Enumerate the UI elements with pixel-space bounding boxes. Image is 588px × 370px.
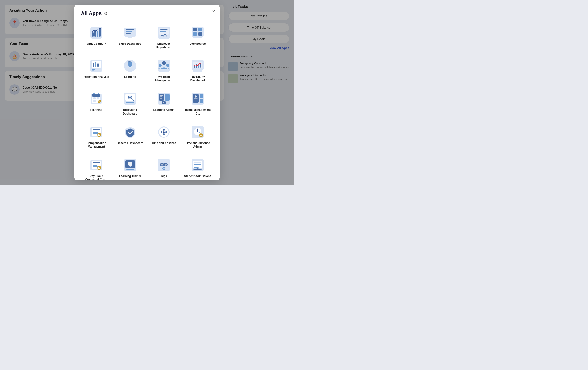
svg-text:$: $ [98,100,100,103]
svg-rect-98 [93,162,100,163]
app-item-talent-management[interactable]: Talent Management D... [182,88,213,118]
svg-rect-116 [194,164,201,165]
app-label-learning-trainer: Learning Trainer [119,174,141,178]
svg-point-94 [197,131,198,132]
svg-point-86 [163,133,165,135]
app-icon-learning-trainer [123,158,138,173]
app-item-vibe-central[interactable]: VIBE Central™ [81,22,112,52]
svg-rect-100 [93,165,97,166]
svg-point-95 [199,133,203,137]
app-item-pay-cycle[interactable]: $ Pay Cycle Command Cen... [81,154,112,180]
app-icon-compensation-mgmt: $ [89,125,104,140]
svg-rect-17 [198,28,202,31]
svg-rect-21 [196,37,200,38]
app-icon-skills-dashboard [123,25,138,40]
app-label-planning: Planning [91,108,103,112]
app-label-employee-experience: Employee Experience [150,42,178,50]
app-icon-vibe-central [89,25,104,40]
svg-rect-118 [194,167,199,168]
app-item-student-admissions[interactable]: Student Admissions [182,154,213,180]
svg-rect-18 [193,32,197,36]
svg-rect-101 [93,167,98,167]
svg-text:$: $ [98,167,100,169]
svg-point-89 [163,131,165,133]
app-item-recruiting-dashboard[interactable]: Recruiting Dashboard [115,88,146,118]
app-icon-recruiting-dashboard [123,91,138,106]
app-label-skills-dashboard: Skills Dashboard [119,42,141,46]
app-item-learning[interactable]: Learning [115,55,146,85]
app-item-employee-experience[interactable]: Employee Experience [148,22,179,52]
app-icon-retention-analysis [89,58,104,73]
close-button[interactable]: × [212,9,215,14]
app-item-compensation-mgmt[interactable]: $ Compensation Management [81,121,112,151]
app-item-time-absence[interactable]: Time and Absence [148,121,179,151]
apps-grid: VIBE Central™ Skills Dashboard Employee … [81,22,213,180]
svg-rect-57 [126,102,134,103]
app-icon-gigs [156,158,171,173]
app-icon-employee-experience [156,25,171,40]
svg-rect-41 [193,70,202,72]
svg-rect-48 [97,97,99,99]
app-item-dashboards[interactable]: Dashboards [182,22,213,52]
app-item-gigs[interactable]: Gigs [148,154,179,180]
svg-point-111 [165,164,167,166]
app-label-benefits-dashboard: Benefits Dashboard [117,141,143,145]
svg-text:$: $ [98,133,100,136]
app-label-dashboards: Dashboards [189,42,206,46]
svg-rect-63 [160,97,162,97]
app-label-my-team-management: My Team Management [150,75,178,82]
app-label-learning: Learning [124,75,136,79]
app-icon-student-admissions [190,158,205,173]
app-icon-time-absence-admin [190,125,205,140]
svg-rect-28 [92,70,94,71]
svg-rect-58 [126,103,132,104]
app-label-student-admissions: Student Admissions [184,174,211,178]
svg-rect-68 [200,94,203,98]
app-label-vibe-central: VIBE Central™ [86,42,106,46]
svg-rect-3 [97,31,98,37]
app-icon-planning: $ [89,91,104,106]
app-item-skills-dashboard[interactable]: Skills Dashboard [115,22,146,52]
app-icon-benefits-dashboard [123,125,138,140]
modal-title: All Apps [81,10,102,16]
app-icon-pay-equity-dashboard [190,58,205,73]
svg-rect-75 [93,129,100,130]
svg-rect-62 [160,95,163,96]
svg-rect-8 [126,33,131,34]
svg-rect-24 [93,63,94,67]
app-item-time-absence-admin[interactable]: Time and Absence Admin [182,121,213,151]
svg-rect-49 [93,100,96,102]
svg-rect-69 [200,99,203,103]
svg-rect-27 [92,69,95,70]
modal-overlay[interactable]: All Apps ⚙ × VIBE Central™ Skills Dashbo… [0,0,294,185]
app-item-learning-trainer[interactable]: Learning Trainer [115,154,146,180]
app-item-benefits-dashboard[interactable]: Benefits Dashboard [115,121,146,151]
app-icon-learning [123,58,138,73]
app-label-time-absence-admin: Time and Absence Admin [184,141,211,149]
svg-rect-20 [193,38,202,38]
app-label-learning-admin: Learning Admin [153,108,175,112]
app-label-recruiting-dashboard: Recruiting Dashboard [116,108,144,115]
svg-rect-25 [95,62,96,67]
svg-rect-47 [93,97,96,99]
svg-point-30 [129,67,131,68]
app-label-gigs: Gigs [161,174,167,178]
svg-rect-71 [194,98,198,99]
svg-rect-26 [97,63,99,67]
svg-point-32 [162,61,166,65]
svg-rect-64 [160,98,162,99]
svg-point-85 [161,131,162,133]
svg-rect-61 [165,94,169,101]
app-label-talent-management: Talent Management D... [184,108,211,115]
svg-rect-19 [198,32,202,36]
app-item-my-team-management[interactable]: My Team Management [148,55,179,85]
app-item-pay-equity-dashboard[interactable]: Pay Equity Dashboard [182,55,213,85]
app-item-learning-admin[interactable]: Learning Admin [148,88,179,118]
svg-rect-13 [160,31,166,32]
gear-icon[interactable]: ⚙ [104,11,108,16]
all-apps-modal: All Apps ⚙ × VIBE Central™ Skills Dashbo… [74,5,220,180]
app-item-planning[interactable]: $ Planning [81,88,112,118]
app-item-retention-analysis[interactable]: Retention Analysis [81,55,112,85]
svg-rect-12 [160,29,168,30]
svg-point-70 [195,95,197,98]
